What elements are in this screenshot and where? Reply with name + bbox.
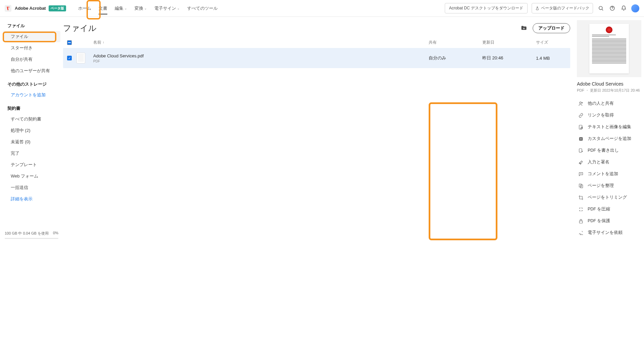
sidebar-item-files[interactable]: ファイル: [3, 31, 60, 42]
select-all-checkbox[interactable]: [67, 40, 72, 45]
col-share[interactable]: 共有: [429, 40, 482, 45]
col-size[interactable]: サイズ: [536, 40, 566, 45]
action-request-esign[interactable]: 電子サインを依頼: [577, 227, 642, 239]
new-folder-icon[interactable]: [521, 25, 527, 32]
beta-badge: ベータ版: [49, 5, 66, 11]
export-icon: [578, 148, 584, 153]
app-name: Adobe Acrobat: [15, 6, 46, 11]
tab-esign-label: 電子サイン: [154, 5, 176, 11]
nav-right: Acrobat DC デスクトップをダウンロード ベータ版のフィードバック: [445, 3, 639, 13]
download-desktop-button[interactable]: Acrobat DC デスクトップをダウンロード: [445, 3, 528, 13]
file-table: 名前 ↑ 共有 更新日 サイズ ✓ Adobe Cloud Services.p…: [63, 37, 570, 68]
tab-edit-label: 編集: [115, 5, 123, 11]
upload-button[interactable]: アップロード: [533, 23, 570, 33]
col-name-label: 名前: [93, 40, 101, 45]
sidebar: ファイル ファイル スター付き 自分が共有 他のユーザーが共有 その他のストレー…: [0, 17, 63, 245]
bell-icon[interactable]: [620, 5, 627, 12]
action-label: PDF を保護: [588, 218, 610, 224]
lock-icon: [578, 218, 584, 224]
action-label: テキストと画像を編集: [588, 124, 631, 130]
sidebar-item-bulk-send[interactable]: 一括送信: [0, 182, 63, 193]
sidebar-item-add-account[interactable]: アカウントを追加: [0, 89, 63, 101]
feedback-label: ベータ版のフィードバック: [541, 5, 589, 11]
tab-esign[interactable]: 電子サイン⌄: [154, 0, 180, 16]
action-label: PDF を書き出し: [588, 148, 619, 153]
table-row[interactable]: ✓ Adobe Cloud Services.pdf PDF 自分のみ 昨日 2…: [63, 48, 570, 68]
details-title: Adobe Cloud Services: [577, 81, 642, 87]
organize-icon: [578, 183, 584, 189]
sidebar-item-in-progress[interactable]: 処理中 (2): [0, 125, 63, 136]
flask-icon: [535, 6, 539, 10]
svg-point-3: [580, 102, 581, 103]
action-share[interactable]: 他の人と共有: [577, 98, 642, 109]
svg-rect-2: [68, 42, 71, 43]
action-compress-pdf[interactable]: PDF を圧縮: [577, 203, 642, 215]
sidebar-item-completed[interactable]: 完了: [0, 148, 63, 159]
details-actions: 他の人と共有 リンクを取得 テキストと画像を編集 カスタムページを追加 PDF …: [577, 98, 642, 239]
svg-rect-8: [581, 185, 583, 188]
acrobat-logo-icon: [5, 5, 11, 12]
tab-all-tools[interactable]: すべてのツール: [187, 0, 218, 16]
storage-meter: 100 GB 中 0.04 GB を使用 0%: [0, 228, 63, 245]
action-label: 他の人と共有: [588, 101, 614, 106]
top-nav: Adobe Acrobat ベータ版 ホーム 文書 編集⌄ 変換⌄ 電子サイン⌄…: [0, 0, 644, 17]
tab-convert[interactable]: 変換⌄: [135, 0, 147, 16]
beta-feedback-button[interactable]: ベータ版のフィードバック: [532, 3, 593, 13]
action-fill-sign[interactable]: 入力と署名: [577, 156, 642, 168]
link-icon: [578, 113, 584, 118]
svg-rect-9: [579, 221, 582, 223]
tab-documents[interactable]: 文書: [99, 0, 107, 16]
storage-bar: [5, 238, 58, 239]
sidebar-item-shared-by-me[interactable]: 自分が共有: [0, 54, 63, 65]
action-protect-pdf[interactable]: PDF を保護: [577, 215, 642, 227]
nav-tabs: ホーム 文書 編集⌄ 変換⌄ 電子サイン⌄ すべてのツール: [78, 0, 218, 16]
sidebar-item-web-forms[interactable]: Web フォーム: [0, 170, 63, 182]
svg-rect-7: [579, 184, 582, 187]
request-sign-icon: [578, 230, 584, 236]
table-header: 名前 ↑ 共有 更新日 サイズ: [63, 37, 570, 48]
file-name: Adobe Cloud Services.pdf: [93, 53, 429, 58]
action-label: リンクを取得: [588, 112, 614, 118]
action-organize-pages[interactable]: ページを整理: [577, 180, 642, 192]
sidebar-item-templates[interactable]: テンプレート: [0, 159, 63, 170]
action-add-comment[interactable]: コメントを追加: [577, 168, 642, 180]
chevron-down-icon: ⌄: [124, 7, 127, 10]
search-icon[interactable]: [597, 5, 604, 12]
file-size: 1.4 MB: [536, 56, 566, 61]
sidebar-item-starred[interactable]: スター付き: [0, 42, 63, 54]
action-add-custom-page[interactable]: カスタムページを追加: [577, 133, 642, 145]
col-name[interactable]: 名前 ↑: [93, 40, 429, 45]
storage-percent: 0%: [53, 231, 58, 236]
action-label: 電子サインを依頼: [588, 230, 623, 236]
action-edit-text-images[interactable]: テキストと画像を編集: [577, 121, 642, 133]
action-label: ページをトリミング: [588, 195, 627, 200]
action-label: コメントを追加: [588, 171, 618, 177]
action-label: ページを整理: [588, 183, 614, 189]
person-plus-icon: [578, 101, 584, 106]
action-label: 入力と署名: [588, 159, 609, 165]
sidebar-section-other-storage: その他のストレージ: [0, 81, 63, 89]
file-type: PDF: [93, 59, 429, 63]
page-title: ファイル: [63, 23, 97, 34]
tab-edit[interactable]: 編集⌄: [115, 0, 127, 16]
sidebar-item-shared-by-others[interactable]: 他のユーザーが共有: [0, 65, 63, 77]
col-date[interactable]: 更新日: [482, 40, 536, 45]
details-meta: PDF ・ 更新日 2022年10月17日 20:46: [577, 88, 642, 93]
action-get-link[interactable]: リンクを取得: [577, 109, 642, 121]
preview-thumbnail[interactable]: [577, 20, 641, 77]
action-crop-pages[interactable]: ページをトリミング: [577, 192, 642, 203]
sidebar-item-show-details[interactable]: 詳細を表示: [0, 193, 63, 205]
avatar[interactable]: [631, 4, 639, 12]
sidebar-item-waiting[interactable]: 未返答 (0): [0, 136, 63, 148]
help-icon[interactable]: [608, 5, 616, 12]
comment-icon: [578, 171, 584, 177]
tab-home[interactable]: ホーム: [78, 0, 91, 16]
action-label: PDF を圧縮: [588, 206, 610, 212]
action-export-pdf[interactable]: PDF を書き出し: [577, 145, 642, 156]
chevron-down-icon: ⌄: [144, 7, 147, 10]
compress-icon: [578, 207, 584, 212]
sidebar-item-all-agreements[interactable]: すべての契約書: [0, 113, 63, 125]
main-content: ファイル アップロード 名前 ↑ 共有 更新日 サイズ ✓: [63, 17, 574, 245]
row-checkbox[interactable]: ✓: [67, 56, 72, 60]
svg-point-0: [599, 6, 602, 10]
